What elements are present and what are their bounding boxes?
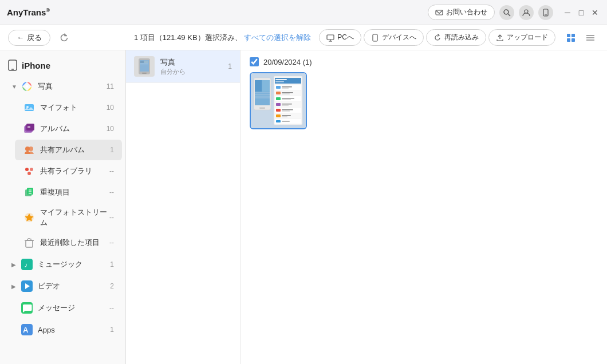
album-label: アルバム bbox=[40, 124, 107, 134]
reload-button[interactable]: 再読み込み bbox=[426, 29, 486, 46]
iphone-sidebar-icon bbox=[8, 60, 17, 71]
date-group-header: 20/09/2024 (1) bbox=[250, 57, 598, 66]
svg-point-20 bbox=[26, 85, 29, 88]
email-icon bbox=[435, 9, 443, 17]
photo-thumbnail bbox=[251, 73, 306, 128]
deleted-count: -- bbox=[109, 239, 114, 247]
export-device-button[interactable]: デバイスへ bbox=[364, 29, 424, 46]
apps-label: Apps bbox=[38, 326, 110, 334]
svg-rect-66 bbox=[259, 108, 265, 109]
sidebar-item-myfoto[interactable]: マイフォト 10 bbox=[15, 97, 122, 118]
svg-rect-11 bbox=[571, 34, 575, 37]
sidebar-item-stream[interactable]: マイフォトストリーム -- bbox=[15, 203, 122, 232]
svg-rect-38 bbox=[26, 240, 33, 247]
svg-rect-62 bbox=[255, 92, 270, 93]
album-item-jibun[interactable]: 写真 自分から 1 bbox=[126, 50, 240, 83]
sidebar-section-music: ▶ ♪ ミュージック 1 bbox=[0, 254, 125, 275]
svg-rect-54 bbox=[144, 61, 148, 63]
deleted-label: 最近削除した項目 bbox=[40, 238, 109, 248]
user-icon-btn[interactable] bbox=[519, 5, 534, 20]
album-sub: 自分から bbox=[160, 68, 228, 76]
album-thumb bbox=[134, 56, 155, 77]
search-icon bbox=[503, 9, 511, 17]
sidebar-section-apps: ▶ A Apps 1 bbox=[0, 319, 125, 340]
sidebar-item-shared-album[interactable]: 共有アルバム 1 bbox=[15, 140, 122, 160]
grid-view-button[interactable] bbox=[562, 29, 580, 46]
pc-icon bbox=[326, 34, 334, 42]
photo-item[interactable] bbox=[250, 72, 307, 129]
back-button[interactable]: ← 戻る bbox=[8, 30, 50, 46]
svg-rect-76 bbox=[276, 92, 281, 94]
svg-rect-78 bbox=[282, 94, 290, 94]
minimize-button[interactable]: ─ bbox=[562, 7, 573, 18]
svg-rect-80 bbox=[276, 97, 281, 100]
album-panel: 写真 自分から 1 bbox=[126, 50, 241, 364]
svg-rect-61 bbox=[262, 80, 270, 92]
sidebar-item-duplicate[interactable]: 重複項目 -- bbox=[15, 182, 122, 203]
deleted-icon bbox=[23, 236, 36, 249]
svg-rect-84 bbox=[276, 103, 281, 106]
svg-rect-21 bbox=[25, 104, 34, 111]
sidebar-item-music[interactable]: ▶ ♪ ミュージック 1 bbox=[3, 254, 122, 275]
video-label: ビデオ bbox=[38, 281, 110, 291]
sidebar-item-apps[interactable]: ▶ A Apps 1 bbox=[3, 319, 122, 340]
maximize-button[interactable]: □ bbox=[576, 7, 586, 18]
svg-text:♪: ♪ bbox=[24, 261, 27, 269]
photos-label: 写真 bbox=[38, 81, 107, 92]
device-icon-btn[interactable] bbox=[538, 5, 553, 20]
music-label: ミュージック bbox=[38, 259, 110, 270]
svg-rect-9 bbox=[373, 34, 377, 41]
messages-icon bbox=[21, 302, 33, 314]
chevron-right-video-icon: ▶ bbox=[11, 283, 19, 290]
shared-library-count: -- bbox=[109, 167, 114, 175]
sidebar-item-album[interactable]: アルバム 10 bbox=[15, 118, 122, 139]
refresh-button[interactable] bbox=[56, 30, 72, 46]
svg-rect-85 bbox=[282, 104, 292, 105]
sidebar-item-messages[interactable]: ▶ メッセージ -- bbox=[3, 298, 122, 318]
album-info: 写真 自分から bbox=[160, 57, 228, 76]
toolbar-left: ← 戻る bbox=[8, 30, 134, 46]
contact-button[interactable]: お問い合わせ bbox=[428, 5, 495, 20]
sidebar-section-messages: ▶ メッセージ -- bbox=[0, 298, 125, 318]
shared-album-icon bbox=[23, 144, 36, 156]
messages-count: -- bbox=[109, 304, 114, 312]
device-name: iPhone bbox=[22, 61, 50, 70]
stream-count: -- bbox=[109, 213, 114, 221]
svg-rect-56 bbox=[140, 65, 148, 65]
sidebar-item-shared-library[interactable]: 共有ライブラリ -- bbox=[15, 161, 122, 181]
apps-count: 1 bbox=[110, 326, 114, 334]
svg-rect-74 bbox=[282, 88, 289, 89]
toolbar-actions: PCへ デバイスへ 再読み込み アップロード bbox=[319, 29, 599, 46]
svg-point-3 bbox=[525, 10, 528, 13]
chevron-down-icon: ▼ bbox=[11, 84, 19, 90]
svg-rect-52 bbox=[142, 73, 147, 74]
messages-label: メッセージ bbox=[38, 303, 109, 313]
sidebar-item-photos-parent[interactable]: ▼ 写真 11 bbox=[3, 76, 122, 97]
list-view-button[interactable] bbox=[582, 29, 599, 46]
search-icon-btn[interactable] bbox=[499, 5, 514, 20]
upload-button[interactable]: アップロード bbox=[488, 29, 555, 46]
album-count: 10 bbox=[107, 125, 114, 133]
device-header: iPhone bbox=[0, 55, 125, 76]
svg-rect-96 bbox=[276, 120, 281, 122]
toolbar-status: 1 項目（121.49 KB）選択済み、 すべての選択を解除 bbox=[134, 33, 319, 43]
sidebar-item-deleted[interactable]: 最近削除した項目 -- bbox=[15, 232, 122, 253]
grid-icon bbox=[566, 33, 576, 42]
export-pc-button[interactable]: PCへ bbox=[319, 29, 361, 46]
album-name: 写真 bbox=[160, 57, 228, 68]
deselect-all-link[interactable]: すべての選択を解除 bbox=[244, 33, 311, 42]
close-button[interactable]: ✕ bbox=[590, 7, 600, 18]
video-icon bbox=[21, 280, 33, 292]
photos-icon bbox=[21, 80, 33, 93]
photo-area: 20/09/2024 (1) bbox=[241, 50, 607, 364]
date-checkbox[interactable] bbox=[250, 57, 259, 66]
sidebar-item-video[interactable]: ▶ ビデオ 2 bbox=[3, 276, 122, 296]
sidebar-section-photos: ▼ 写真 11 bbox=[0, 76, 125, 253]
svg-line-2 bbox=[509, 14, 511, 16]
duplicate-label: 重複項目 bbox=[40, 187, 109, 197]
myfoto-label: マイフォト bbox=[40, 102, 107, 113]
music-count: 1 bbox=[110, 260, 114, 268]
refresh-icon bbox=[60, 33, 69, 42]
svg-rect-72 bbox=[276, 86, 281, 89]
titlebar: AnyTrans® お問い合わせ bbox=[0, 0, 607, 25]
